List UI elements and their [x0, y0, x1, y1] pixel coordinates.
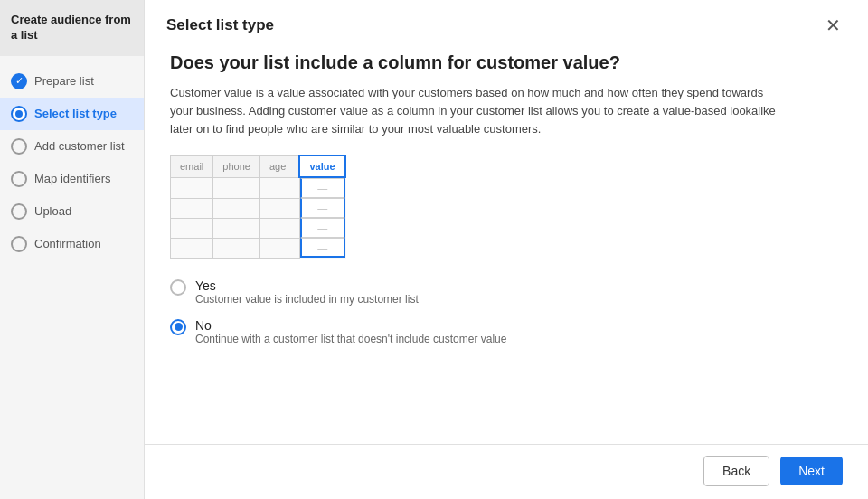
cell-email-3 — [171, 218, 213, 238]
cell-email-2 — [171, 198, 213, 218]
radio-option-yes[interactable]: Yes Customer value is included in my cus… — [170, 278, 843, 306]
table-header-row: email phone age value — [171, 155, 345, 177]
table-preview: email phone age value — [170, 155, 405, 259]
close-button[interactable]: ✕ — [820, 14, 846, 36]
cell-email-1 — [171, 177, 213, 198]
sidebar: Create audience from a list ✓ Prepare li… — [0, 0, 145, 499]
cell-value-2 — [300, 198, 345, 218]
radio-label-yes: Yes Customer value is included in my cus… — [195, 278, 419, 306]
radio-label-no: No Continue with a customer list that do… — [195, 318, 506, 345]
radio-label-sub-no: Continue with a customer list that doesn… — [195, 333, 506, 345]
sidebar-item-label-map-identifiers: Map identifiers — [34, 172, 111, 185]
main-header: Select list type ✕ — [145, 0, 868, 36]
col-email: email — [171, 155, 213, 177]
table-row-2 — [171, 198, 345, 218]
cell-phone-1 — [213, 177, 260, 198]
modal: Create audience from a list ✓ Prepare li… — [0, 0, 868, 499]
sidebar-item-upload[interactable]: Upload — [0, 195, 144, 228]
step-icon-select-list-type — [11, 106, 27, 122]
sidebar-item-label-select-list-type: Select list type — [34, 107, 117, 120]
main-footer: Back Next — [145, 444, 868, 499]
step-icon-add-customer-list — [11, 138, 27, 155]
sidebar-header: Create audience from a list — [0, 0, 144, 56]
next-button[interactable]: Next — [780, 457, 843, 485]
step-icon-confirmation — [11, 236, 27, 252]
radio-label-main-no: No — [195, 318, 506, 333]
table-row-1 — [171, 177, 345, 198]
radio-circle-yes[interactable] — [170, 279, 186, 296]
question-title: Does your list include a column for cust… — [170, 52, 843, 73]
sidebar-item-label-add-customer-list: Add customer list — [34, 139, 125, 153]
sidebar-item-confirmation[interactable]: Confirmation — [0, 228, 144, 260]
preview-table: email phone age value — [170, 155, 346, 259]
cell-age-3 — [259, 218, 299, 238]
sidebar-item-label-upload: Upload — [34, 204, 71, 218]
sidebar-item-add-customer-list[interactable]: Add customer list — [0, 130, 144, 163]
step-icon-upload — [11, 203, 27, 220]
step-icon-map-identifiers — [11, 171, 27, 187]
cell-value-4 — [300, 238, 345, 258]
sidebar-item-map-identifiers[interactable]: Map identifiers — [0, 163, 144, 195]
table-row-3 — [171, 218, 345, 238]
main-body: Does your list include a column for cust… — [145, 36, 868, 444]
radio-group: Yes Customer value is included in my cus… — [170, 278, 843, 345]
table-row-4 — [171, 238, 345, 258]
main-panel: Select list type ✕ Does your list includ… — [145, 0, 868, 499]
sidebar-item-label-confirmation: Confirmation — [34, 237, 101, 250]
radio-circle-no[interactable] — [170, 319, 186, 335]
col-phone: phone — [213, 155, 260, 177]
radio-label-main-yes: Yes — [195, 278, 419, 293]
cell-age-4 — [259, 238, 299, 258]
cell-email-4 — [171, 238, 213, 258]
col-value: value — [299, 155, 344, 177]
sidebar-items: ✓ Prepare list Select list type Add cust… — [0, 56, 144, 269]
cell-age-1 — [259, 177, 299, 198]
cell-value-3 — [300, 218, 345, 238]
cell-phone-3 — [213, 218, 260, 238]
panel-title: Select list type — [166, 16, 274, 34]
description-text: Customer value is a value associated wit… — [170, 84, 785, 138]
sidebar-item-select-list-type[interactable]: Select list type — [0, 98, 144, 130]
cell-age-2 — [259, 198, 299, 218]
sidebar-item-label-prepare-list: Prepare list — [34, 74, 94, 88]
col-age: age — [259, 155, 299, 177]
sidebar-item-prepare-list[interactable]: ✓ Prepare list — [0, 65, 144, 98]
back-button[interactable]: Back — [703, 456, 769, 486]
step-icon-prepare-list: ✓ — [11, 73, 27, 89]
cell-value-1 — [300, 178, 345, 198]
cell-phone-4 — [213, 238, 260, 258]
radio-label-sub-yes: Customer value is included in my custome… — [195, 293, 419, 306]
radio-option-no[interactable]: No Continue with a customer list that do… — [170, 318, 843, 345]
cell-phone-2 — [213, 198, 260, 218]
